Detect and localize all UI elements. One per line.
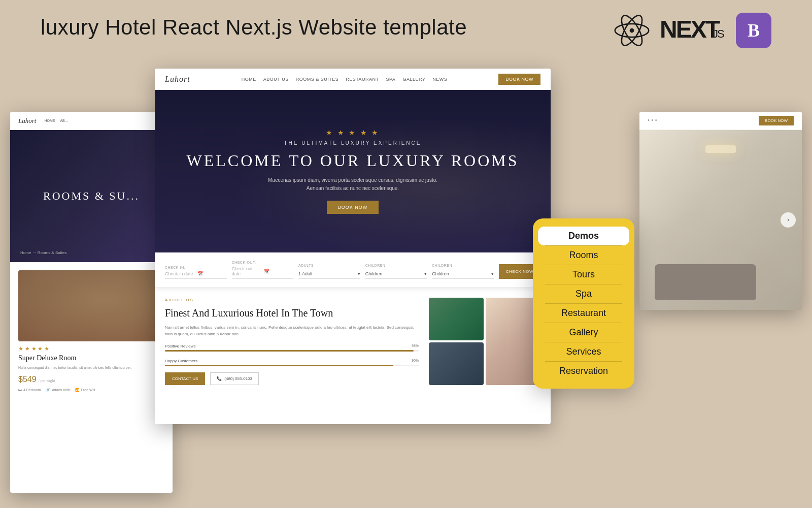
hotel-logo: Luhort <box>165 75 190 84</box>
popup-item-spa[interactable]: Spa <box>538 284 629 303</box>
about-desc: Nam sit amet tellus finibus, varius sem … <box>165 325 419 338</box>
children-field: CHILDREN Children ▾ <box>365 264 427 279</box>
adults-chevron: ▾ <box>358 271 360 276</box>
card-price: $549 <box>18 375 37 384</box>
card-stars: ★ ★ ★ ★ ★ <box>18 345 164 352</box>
contact-button[interactable]: CONTACT US <box>165 372 205 385</box>
right-nav-dots: • • • <box>648 117 657 124</box>
checkin-label: CHECK-IN: <box>165 266 227 269</box>
adults-field: ADULTS 1 Adult ▾ <box>298 264 360 279</box>
hero-content: ★ ★ ★ ★ ★ THE ULTIMATE LUXURY EXPERIENCE… <box>187 129 519 214</box>
card-price-unit: / per night <box>39 378 55 383</box>
adults-value: 1 Adult <box>298 271 313 276</box>
woman-image <box>486 298 540 385</box>
popup-item-reservation[interactable]: Reservation <box>538 362 629 380</box>
right-room-image <box>639 130 802 310</box>
nav-links: HOME ABOUT US ROOMS & SUITES RESTAURANT … <box>242 77 447 82</box>
demo-popup-menu: Demos Rooms Tours Spa Restaurant Gallery… <box>533 218 634 389</box>
hero-subtitle: THE ULTIMATE LUXURY EXPERIENCE <box>187 140 519 146</box>
rooms-hero: ROOMS & SU... Home → Rooms & Suites <box>10 130 173 262</box>
about-title: Finest And Luxurious Hotel In The Town <box>165 306 419 320</box>
adults-label: ADULTS <box>298 264 360 267</box>
card-amenities: 🛏 4 Bedroom 🚿 Attach bath 📶 Free Wifi <box>18 388 164 392</box>
about-images-grid <box>429 298 540 385</box>
reviews-pct: 98% <box>412 344 419 347</box>
nav-spa[interactable]: SPA <box>386 77 396 82</box>
card-title: Super Deluxe Room <box>18 354 164 362</box>
nav-home[interactable]: HOME <box>242 77 256 82</box>
calendar-icon: 📅 <box>197 271 227 276</box>
checkin-field: CHECK-IN: Check-in date 📅 <box>165 266 227 279</box>
rooms-nav: Luhort HOME AB... <box>10 112 173 130</box>
phone-icon: 📞 <box>217 376 222 381</box>
rooms-breadcrumb: Home → Rooms & Suites <box>20 250 66 255</box>
card-desc: Nulla consequat diam ac tortor iaculis, … <box>18 365 164 371</box>
rooms-nav-about: AB... <box>60 119 67 122</box>
about-tag: ABOUT US <box>165 298 419 302</box>
children-chevron: ▾ <box>424 271 427 276</box>
amenity-bedroom: 🛏 4 Bedroom <box>18 388 41 392</box>
popup-item-gallery[interactable]: Gallery <box>538 323 629 342</box>
children-value: Children <box>365 271 383 276</box>
hero-book-button[interactable]: BOOK NOW <box>327 201 379 214</box>
page-title: luxury Hotel React Next.js Website templ… <box>41 15 467 40</box>
rooms-page-title: ROOMS & SU... <box>43 189 140 203</box>
nextjs-icon: NEXT .JS <box>660 13 726 48</box>
nav-rooms[interactable]: ROOMS & SUITES <box>296 77 339 82</box>
hero-section: ★ ★ ★ ★ ★ THE ULTIMATE LUXURY EXPERIENCE… <box>155 90 551 252</box>
right-nav: • • • BOOK NOW <box>639 112 802 130</box>
svg-point-3 <box>630 28 634 33</box>
reviews-progress: Positive Reviews 98% <box>165 344 419 352</box>
nav-gallery[interactable]: GALLERY <box>402 77 425 82</box>
checkout-field: CHECK-OUT: Check-out date 📅 <box>232 261 294 279</box>
phone-number: (480) 555-0103 <box>224 376 252 381</box>
rooms-nav-links: HOME AB... <box>44 119 67 122</box>
customers-label: Happy Customers <box>165 359 419 363</box>
room-card: ★ ★ ★ ★ ★ Super Deluxe Room Nulla conseq… <box>10 262 173 400</box>
bootstrap-icon: B <box>736 13 771 48</box>
checkin-value: Check-in date <box>165 271 194 276</box>
children2-field: CHILDREN Children ▾ <box>432 264 494 279</box>
about-section: ABOUT US Finest And Luxurious Hotel In T… <box>155 288 551 385</box>
checkout-value: Check-out date <box>232 266 261 276</box>
about-buttons: CONTACT US 📞 (480) 555-0103 <box>165 372 419 385</box>
children2-chevron: ▾ <box>491 271 494 276</box>
tech-logos-group: NEXT .JS B <box>614 13 771 48</box>
right-book-button[interactable]: BOOK NOW <box>759 116 794 125</box>
hero-stars: ★ ★ ★ ★ ★ <box>187 129 519 137</box>
hotel-navbar: Luhort HOME ABOUT US ROOMS & SUITES REST… <box>155 69 551 90</box>
nav-restaurant[interactable]: RESTAURANT <box>346 77 379 82</box>
reviews-label: Positive Reviews <box>165 344 419 348</box>
rooms-browser-mockup: Luhort HOME AB... ROOMS & SU... Home → R… <box>10 112 173 493</box>
hero-desc: Maecenas ipsum diam, viverra porta scele… <box>266 176 439 193</box>
nav-news[interactable]: NEWS <box>432 77 447 82</box>
booking-bar: CHECK-IN: Check-in date 📅 CHECK-OUT: Che… <box>155 252 551 288</box>
right-room-view: › <box>639 130 802 310</box>
popup-item-services[interactable]: Services <box>538 342 629 361</box>
main-browser-mockup: Luhort HOME ABOUT US ROOMS & SUITES REST… <box>155 69 551 424</box>
right-browser-mockup: • • • BOOK NOW › <box>639 112 802 310</box>
about-text: ABOUT US Finest And Luxurious Hotel In T… <box>165 298 419 385</box>
amenity-bath: 🚿 Attach bath <box>46 388 70 392</box>
customers-bar <box>165 365 393 366</box>
children-label: CHILDREN <box>365 264 427 267</box>
popup-item-rooms[interactable]: Rooms <box>538 246 629 265</box>
reviews-bar <box>165 350 414 352</box>
popup-item-demos[interactable]: Demos <box>538 227 629 245</box>
hero-title: WELCOME TO OUR LUXURY ROOMS <box>187 151 519 170</box>
calendar-icon-2: 📅 <box>264 269 293 274</box>
nav-book-button[interactable]: BOOK NOW <box>498 74 540 85</box>
children2-label: CHILDREN <box>432 264 494 267</box>
popup-item-restaurant[interactable]: Restaurant <box>538 304 629 323</box>
amenity-wifi: 📶 Free Wifi <box>75 388 95 392</box>
pool-image <box>429 298 484 340</box>
rooms-logo: Luhort <box>18 117 36 125</box>
nav-about[interactable]: ABOUT US <box>263 77 289 82</box>
balcony-image <box>429 342 484 385</box>
children2-value: Children <box>432 271 449 276</box>
svg-text:.JS: .JS <box>710 27 724 40</box>
phone-button[interactable]: 📞 (480) 555-0103 <box>210 372 259 385</box>
customers-pct: 90% <box>412 359 419 362</box>
popup-item-tours[interactable]: Tours <box>538 265 629 284</box>
right-arrow-button[interactable]: › <box>781 212 796 228</box>
